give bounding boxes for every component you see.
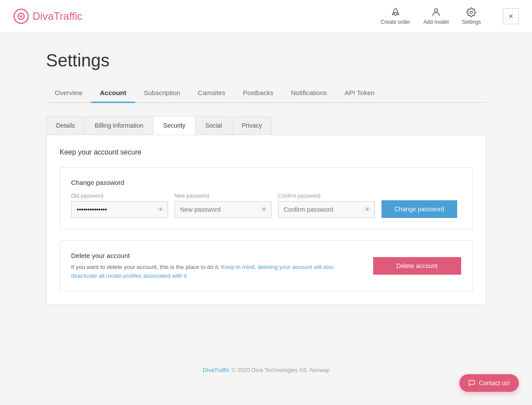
sub-tabs: Details Billing information Security Soc… bbox=[46, 116, 486, 135]
delete-account-section: Delete your account If you want to delet… bbox=[60, 240, 473, 291]
new-password-label: New password bbox=[175, 193, 272, 199]
section-title: Keep your account secure bbox=[60, 148, 473, 156]
add-model-button[interactable]: Add model bbox=[423, 7, 448, 25]
tab-notifications[interactable]: Notifications bbox=[282, 84, 336, 103]
logo-text: DivaTraffic bbox=[33, 10, 82, 22]
footer: DivaTraffic © 2020 Diva Technologies AS.… bbox=[0, 349, 532, 391]
page-title: Settings bbox=[46, 51, 486, 70]
delete-account-button[interactable]: Delete account bbox=[373, 257, 461, 275]
change-password-button[interactable]: Change password bbox=[382, 200, 458, 218]
new-password-wrapper: 👁 bbox=[175, 201, 272, 218]
tab-overview[interactable]: Overview bbox=[46, 84, 92, 103]
person-icon bbox=[431, 7, 441, 17]
header-actions: Create order Add model Settings × bbox=[381, 7, 519, 25]
subtab-privacy[interactable]: Privacy bbox=[232, 116, 272, 135]
tab-postbacks[interactable]: Postbacks bbox=[234, 84, 282, 103]
svg-point-4 bbox=[470, 11, 473, 14]
subtab-details[interactable]: Details bbox=[46, 116, 85, 135]
old-password-input[interactable] bbox=[71, 201, 168, 218]
change-password-section: Change password Old password 👁 New passw… bbox=[60, 167, 473, 229]
password-fields: Old password 👁 New password 👁 Confirm pa… bbox=[71, 193, 461, 218]
contact-us-button[interactable]: Contact us! bbox=[459, 374, 519, 391]
old-password-group: Old password 👁 bbox=[71, 193, 168, 218]
subtab-security[interactable]: Security bbox=[153, 116, 196, 135]
delete-account-description: If you want to delete your account, this… bbox=[71, 263, 344, 280]
delete-account-text: Delete your account If you want to delet… bbox=[71, 252, 344, 280]
footer-copyright: © 2020 Diva Technologies AS. Norway bbox=[231, 367, 330, 373]
old-password-wrapper: 👁 bbox=[71, 201, 168, 218]
security-card: Keep your account secure Change password… bbox=[46, 135, 486, 305]
contact-us-label: Contact us! bbox=[479, 379, 510, 387]
confirm-password-eye-icon[interactable]: 👁 bbox=[364, 206, 371, 213]
confirm-password-input[interactable] bbox=[278, 201, 375, 218]
confirm-password-label: Confirm password bbox=[278, 193, 375, 199]
change-password-label: Change password bbox=[71, 179, 461, 186]
tab-subscription[interactable]: Subscription bbox=[135, 84, 189, 103]
confirm-password-wrapper: 👁 bbox=[278, 201, 375, 218]
svg-point-2 bbox=[20, 15, 22, 18]
settings-button[interactable]: Settings bbox=[462, 7, 481, 25]
tab-api-token[interactable]: API Token bbox=[336, 84, 383, 103]
create-order-button[interactable]: Create order bbox=[381, 7, 410, 25]
logo-icon bbox=[13, 8, 29, 24]
new-password-input[interactable] bbox=[175, 201, 272, 218]
subtab-billing[interactable]: Billing information bbox=[84, 116, 154, 135]
tab-camsites[interactable]: Camsites bbox=[189, 84, 235, 103]
old-password-eye-icon[interactable]: 👁 bbox=[158, 206, 164, 213]
confirm-password-group: Confirm password 👁 bbox=[278, 193, 375, 218]
logo: DivaTraffic bbox=[13, 8, 381, 24]
chat-icon bbox=[468, 379, 475, 387]
tab-account[interactable]: Account bbox=[91, 84, 135, 103]
svg-point-3 bbox=[434, 9, 437, 12]
main-content: Settings Overview Account Subscription C… bbox=[24, 33, 508, 323]
gear-icon bbox=[466, 7, 476, 17]
delete-account-title: Delete your account bbox=[71, 252, 344, 259]
rocket-icon bbox=[391, 7, 400, 17]
top-tabs: Overview Account Subscription Camsites P… bbox=[46, 84, 486, 103]
new-password-group: New password 👁 bbox=[175, 193, 272, 218]
subtab-social[interactable]: Social bbox=[195, 116, 232, 135]
header: DivaTraffic Create order Add model bbox=[0, 0, 532, 33]
footer-brand-link[interactable]: DivaTraffic bbox=[203, 367, 230, 373]
old-password-label: Old password bbox=[71, 193, 168, 199]
new-password-eye-icon[interactable]: 👁 bbox=[261, 206, 267, 213]
close-button[interactable]: × bbox=[503, 8, 519, 24]
